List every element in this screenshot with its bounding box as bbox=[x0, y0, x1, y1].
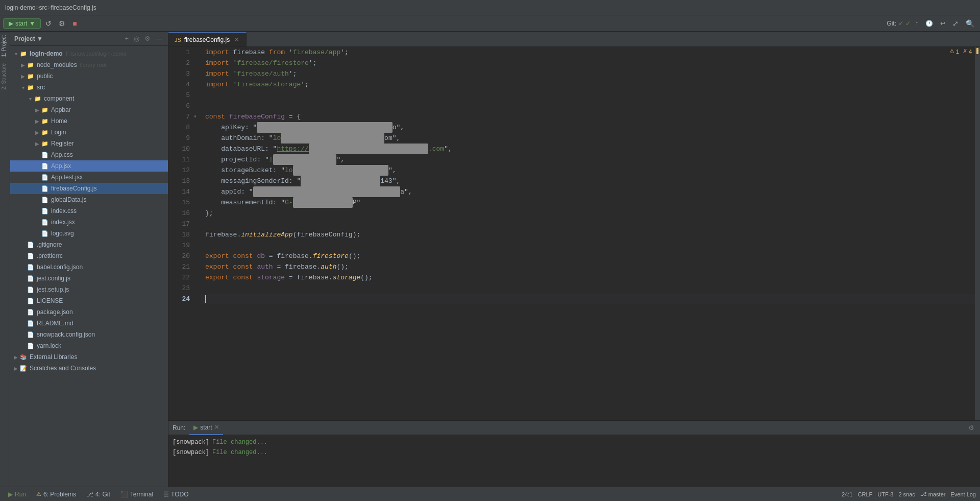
bottom-nav-todo[interactable]: ☰ TODO bbox=[159, 490, 192, 499]
git-revert-icon[interactable]: ↩ bbox=[938, 18, 948, 29]
tree-item-package-json[interactable]: ▶ 📄 package.json bbox=[10, 306, 168, 318]
right-scroll-indicator[interactable] bbox=[975, 47, 980, 420]
run-tab-icon: ▶ bbox=[193, 424, 198, 431]
tree-item-jest-config[interactable]: ▶ 📄 jest.config.js bbox=[10, 273, 168, 284]
status-bar: 24:1 CRLF UTF-8 2 snac ⎇ master Event Lo… bbox=[842, 491, 976, 497]
tree-item-gitignore[interactable]: ▶ 📄 .gitignore bbox=[10, 239, 168, 250]
tree-item-external-libraries[interactable]: ▶ 📚 External Libraries bbox=[10, 351, 168, 363]
todo-label: TODO bbox=[171, 491, 188, 498]
panel-scroll-button[interactable]: ◎ bbox=[132, 34, 141, 43]
tree-item-app-css[interactable]: ▶ 📄 App.css bbox=[10, 149, 168, 160]
maximize-button[interactable]: ⤢ bbox=[950, 18, 961, 29]
tree-item-yarn-lock[interactable]: ▶ 📄 yarn.lock bbox=[10, 340, 168, 351]
toolbar: ▶ start ▼ ↺ ⚙ ■ Git: ✓ ✓ ↑ 🕐 ↩ ⤢ 🔍 bbox=[0, 15, 980, 32]
search-everywhere-button[interactable]: 🔍 bbox=[963, 18, 977, 29]
warning-stripe bbox=[976, 48, 978, 54]
tree-item-app-jsx[interactable]: ▶ 📄 App.jsx bbox=[10, 160, 168, 172]
tree-item-appbar[interactable]: ▶ 📁 Appbar bbox=[10, 104, 168, 115]
sidebar-tab-structure[interactable]: 2: Structure bbox=[0, 60, 10, 93]
tree-item-public[interactable]: ▶ 📁 public bbox=[10, 70, 168, 82]
git-push-icon[interactable]: ↑ bbox=[913, 18, 921, 29]
stop-button[interactable]: ■ bbox=[70, 18, 79, 29]
run-config-button[interactable]: ▶ start ▼ bbox=[3, 18, 41, 29]
tree-item-index-jsx[interactable]: ▶ 📄 index.jsx bbox=[10, 217, 168, 228]
title-src: src bbox=[39, 4, 47, 11]
gutter-left: ▾ bbox=[194, 47, 201, 420]
tree-item-app-test-jsx[interactable]: ▶ 📄 App.test.jsx bbox=[10, 172, 168, 183]
tree-item-readme[interactable]: ▶ 📄 README.md bbox=[10, 318, 168, 329]
tree-item-home[interactable]: ▶ 📁 Home bbox=[10, 115, 168, 127]
tree-item-component[interactable]: ▾ 📁 component bbox=[10, 93, 168, 104]
bottom-nav-problems[interactable]: ⚠ 6: Problems bbox=[32, 490, 80, 499]
code-area[interactable]: import firebase from 'firebase/app'; imp… bbox=[201, 47, 975, 420]
tab-firebase-config[interactable]: JS firebaseConfig.js ✕ bbox=[168, 32, 247, 46]
code-line-19 bbox=[201, 240, 975, 251]
fold-arrow-7[interactable]: ▾ bbox=[194, 111, 197, 122]
file-tree: ▾ 📁 login-demo F:\snowpack\login-demo ▶ … bbox=[10, 46, 168, 487]
line-numbers: 1 2 3 4 5 6 7 8 9 10 11 12 13 14 15 16 1 bbox=[168, 47, 194, 420]
git-label: Git: bbox=[887, 20, 896, 27]
tree-item-node-modules[interactable]: ▶ 📁 node_modules library root bbox=[10, 59, 168, 70]
tab-close-icon[interactable]: ✕ bbox=[233, 36, 240, 43]
cross-icon: ✗ bbox=[963, 48, 967, 55]
run-panel-label: Run: bbox=[173, 424, 185, 432]
run-label: start bbox=[15, 20, 27, 27]
tab-name: firebaseConfig.js bbox=[184, 36, 230, 43]
run-tab-close-icon[interactable]: ✕ bbox=[214, 424, 219, 431]
editor-area: JS firebaseConfig.js ✕ ⚠ 1 ✗ 4 1 2 3 4 bbox=[168, 32, 980, 487]
bottom-nav-run[interactable]: ▶ Run bbox=[4, 490, 30, 499]
panel-settings-button[interactable]: ⚙ bbox=[143, 34, 152, 43]
side-tab-bar: 1: Project 2: Structure bbox=[0, 32, 10, 487]
title-project: login-demo bbox=[5, 4, 35, 11]
git-history-icon[interactable]: 🕐 bbox=[923, 18, 936, 29]
tree-item-scratches[interactable]: ▶ 📝 Scratches and Consoles bbox=[10, 363, 168, 374]
panel-collapse-button[interactable]: — bbox=[154, 34, 164, 43]
code-line-23 bbox=[201, 283, 975, 294]
bottom-nav-terminal[interactable]: ⬛ Terminal bbox=[116, 490, 157, 499]
tree-item-src[interactable]: ▾ 📁 src bbox=[10, 82, 168, 93]
status-indent: 2 snac bbox=[898, 491, 915, 497]
tree-item-babel-config[interactable]: ▶ 📄 babel.config.json bbox=[10, 261, 168, 273]
warning-badge: ⚠ 1 ✗ 4 bbox=[949, 48, 972, 55]
code-line-5 bbox=[201, 90, 975, 101]
tree-item-license[interactable]: ▶ 📄 LICENSE bbox=[10, 295, 168, 306]
run-tab-start[interactable]: ▶ start ✕ bbox=[189, 421, 223, 435]
project-panel: Project ▼ + ◎ ⚙ — ▾ 📁 login-demo F:\snow… bbox=[10, 32, 168, 487]
code-line-24 bbox=[201, 294, 975, 304]
status-event-log[interactable]: Event Log bbox=[950, 491, 976, 497]
tree-item-logo-svg[interactable]: ▶ 📄 logo.svg bbox=[10, 228, 168, 239]
code-line-18: firebase.initializeApp(firebaseConfig); bbox=[201, 229, 975, 240]
sidebar-tab-project[interactable]: 1: Project bbox=[0, 32, 10, 60]
tree-item-global-data[interactable]: ▶ 📄 globalData.js bbox=[10, 194, 168, 205]
code-line-2: import 'firebase/firestore'; bbox=[201, 58, 975, 68]
tree-item-snowpack-config[interactable]: ▶ 📄 snowpack.config.json bbox=[10, 329, 168, 340]
editor-wrapper: ⚠ 1 ✗ 4 1 2 3 4 5 6 7 8 9 10 11 bbox=[168, 47, 980, 420]
tree-item-login-demo[interactable]: ▾ 📁 login-demo F:\snowpack\login-demo bbox=[10, 48, 168, 59]
run-panel-content: [snowpack] File changed... [snowpack] Fi… bbox=[168, 435, 980, 487]
build-button[interactable]: ⚙ bbox=[56, 18, 68, 29]
code-line-11: projectId: "l ", bbox=[201, 154, 975, 165]
cursor bbox=[205, 295, 206, 303]
panel-add-button[interactable]: + bbox=[123, 34, 130, 43]
tree-item-prettierrc[interactable]: ▶ 📄 .prettierrc bbox=[10, 250, 168, 261]
todo-icon: ☰ bbox=[163, 491, 169, 498]
tree-item-login[interactable]: ▶ 📁 Login bbox=[10, 127, 168, 138]
log-bracket-2: [snowpack] bbox=[173, 447, 209, 458]
git-nav-label: 4: Git bbox=[95, 491, 110, 498]
run-panel-settings-button[interactable]: ⚙ bbox=[967, 423, 976, 432]
tree-item-register[interactable]: ▶ 📁 Register bbox=[10, 138, 168, 149]
title-sep2: > bbox=[47, 4, 51, 11]
code-line-8: apiKey: " o", bbox=[201, 122, 975, 133]
reload-button[interactable]: ↺ bbox=[43, 18, 54, 29]
bottom-nav-git[interactable]: ⎇ 4: Git bbox=[82, 490, 114, 499]
run-icon: ▶ bbox=[9, 20, 13, 27]
tree-item-jest-setup[interactable]: ▶ 📄 jest.setup.js bbox=[10, 284, 168, 295]
bottom-nav: ▶ Run ⚠ 6: Problems ⎇ 4: Git ⬛ Terminal … bbox=[0, 487, 980, 501]
terminal-icon: ⬛ bbox=[120, 491, 128, 498]
tree-item-index-css[interactable]: ▶ 📄 index.css bbox=[10, 205, 168, 217]
tree-item-firebase-config[interactable]: ▶ 📄 firebaseConfig.js bbox=[10, 183, 168, 194]
run-panel-header: Run: ▶ start ✕ ⚙ bbox=[168, 421, 980, 435]
problems-label: 6: Problems bbox=[43, 491, 76, 498]
main-layout: 1: Project 2: Structure Project ▼ + ◎ ⚙ … bbox=[0, 32, 980, 487]
code-line-17 bbox=[201, 219, 975, 229]
